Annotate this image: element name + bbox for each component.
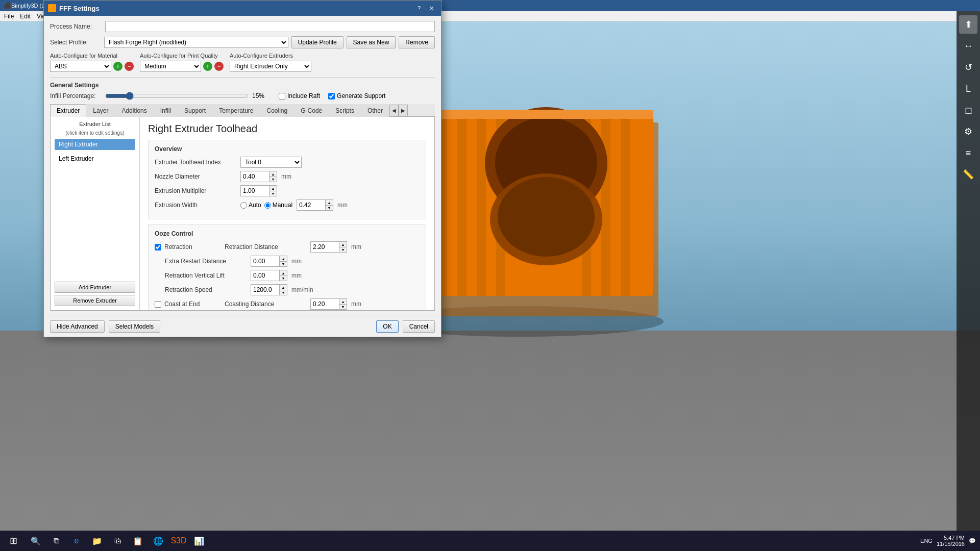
multiplier-up-btn[interactable]: ▲ [270, 186, 277, 191]
toolhead-label: Extruder Toolhead Index [155, 159, 236, 166]
taskbar-search[interactable]: 🔍 [27, 532, 45, 550]
extra-restart-down-btn[interactable]: ▼ [280, 261, 287, 266]
menu-edit[interactable]: Edit [20, 13, 31, 20]
retraction-speed-up-btn[interactable]: ▲ [280, 285, 287, 290]
multiplier-input[interactable] [241, 186, 269, 196]
nozzle-up-btn[interactable]: ▲ [270, 171, 277, 177]
material-select[interactable]: ABS PLA PETG [50, 61, 111, 72]
translate-btn[interactable]: ↔ [959, 37, 977, 55]
scale-btn[interactable]: L [959, 80, 977, 98]
remove-material-btn[interactable]: − [125, 62, 134, 71]
retraction-distance-down-btn[interactable]: ▼ [339, 247, 347, 252]
vertical-lift-down-btn[interactable]: ▼ [280, 276, 287, 281]
infill-row: Infill Percentage: 15% Include Raft Gene… [50, 92, 435, 100]
dialog-help-btn[interactable]: ? [413, 4, 425, 13]
auto-radio[interactable] [240, 202, 247, 209]
extruder-item-left[interactable]: Left Extruder [55, 153, 135, 164]
hide-advanced-btn[interactable]: Hide Advanced [50, 320, 105, 333]
taskbar-edge[interactable]: e [67, 532, 86, 550]
save-as-new-btn[interactable]: Save as New [347, 36, 396, 48]
taskbar-task-view[interactable]: ⧉ [47, 532, 65, 550]
nozzle-input[interactable] [241, 171, 269, 182]
taskbar-store[interactable]: 🛍 [108, 532, 127, 550]
tab-extruder[interactable]: Extruder [50, 104, 86, 117]
tab-infill[interactable]: Infill [154, 104, 178, 117]
tab-cooling[interactable]: Cooling [260, 104, 295, 117]
tab-additions[interactable]: Additions [115, 104, 153, 117]
notification-icon[interactable]: 💬 [969, 538, 976, 544]
start-btn[interactable]: ⊞ [4, 532, 22, 550]
tab-other[interactable]: Other [361, 104, 389, 117]
remove-extruder-btn[interactable]: Remove Extruder [55, 295, 135, 306]
add-material-btn[interactable]: + [113, 62, 122, 71]
manual-radio[interactable] [264, 202, 271, 209]
select-models-btn[interactable]: Select Models [109, 320, 160, 333]
quality-select[interactable]: Low Medium High [140, 61, 201, 72]
settings-btn[interactable]: ⚙ [959, 122, 977, 141]
ok-btn[interactable]: OK [376, 320, 398, 333]
add-quality-btn[interactable]: + [203, 62, 212, 71]
dialog-close-btn[interactable]: ✕ [426, 4, 437, 13]
overview-label: Overview [155, 145, 420, 153]
cancel-btn[interactable]: Cancel [403, 320, 435, 333]
taskbar-explorer[interactable]: 📁 [88, 532, 106, 550]
tab-scripts[interactable]: Scripts [329, 104, 361, 117]
ext-width-down-btn[interactable]: ▼ [326, 205, 333, 210]
include-raft-checkbox[interactable] [279, 93, 285, 99]
ext-width-input[interactable] [297, 200, 325, 210]
tabs-next-btn[interactable]: ▶ [399, 105, 408, 116]
coast-checkbox[interactable] [155, 301, 161, 308]
extruder-item-right[interactable]: Right Extruder [55, 139, 135, 150]
taskbar-chrome[interactable]: 🌐 [149, 532, 167, 550]
retraction-distance-input[interactable] [311, 242, 339, 252]
extruder-config-select[interactable]: Right Extruder Only Left Extruder Only B… [230, 61, 311, 72]
tab-gcode[interactable]: G-Code [294, 104, 329, 117]
tab-temperature[interactable]: Temperature [212, 104, 260, 117]
select-tool-btn[interactable]: ⬆ [959, 15, 977, 34]
taskbar-app2[interactable]: 📊 [190, 532, 208, 550]
multiplier-spinbox: ▲ ▼ [240, 185, 277, 196]
vertical-lift-up-btn[interactable]: ▲ [280, 270, 287, 276]
autoconfig-quality-label: Auto-Configure for Print Quality [140, 53, 224, 59]
extra-restart-up-btn[interactable]: ▲ [280, 256, 287, 261]
extruder-settings-panel: Right Extruder Toolhead Overview Extrude… [140, 117, 434, 310]
infill-slider[interactable] [105, 92, 248, 100]
taskbar-simplify3d[interactable]: S3D [169, 532, 188, 550]
taskbar-app1[interactable]: 📋 [129, 532, 147, 550]
tab-support[interactable]: Support [178, 104, 212, 117]
coast-label: Coast at End [164, 300, 220, 308]
tab-content: Extruder List (click item to edit settin… [50, 117, 435, 311]
view-btn[interactable]: ◻ [959, 101, 977, 119]
tab-layer[interactable]: Layer [86, 104, 115, 117]
remove-btn[interactable]: Remove [399, 36, 435, 48]
tabs-prev-btn[interactable]: ◀ [389, 105, 399, 116]
ext-width-up-btn[interactable]: ▲ [326, 200, 333, 205]
coasting-distance-input[interactable] [311, 299, 339, 309]
multiplier-down-btn[interactable]: ▼ [270, 191, 277, 196]
vertical-lift-input[interactable] [251, 270, 279, 281]
coasting-distance-up-btn[interactable]: ▲ [339, 299, 347, 304]
menu-file[interactable]: File [4, 13, 14, 20]
nozzle-down-btn[interactable]: ▼ [270, 177, 277, 182]
rotate-btn[interactable]: ↺ [959, 58, 977, 77]
ooze-section: Ooze Control Retraction Retraction Dista… [148, 224, 426, 310]
process-name-input[interactable] [105, 21, 435, 32]
measure-btn[interactable]: 📏 [959, 165, 977, 184]
extruder-list-panel: Extruder List (click item to edit settin… [51, 117, 140, 310]
coasting-distance-down-btn[interactable]: ▼ [339, 304, 347, 309]
add-extruder-btn[interactable]: Add Extruder [55, 282, 135, 293]
retraction-speed-down-btn[interactable]: ▼ [280, 290, 287, 295]
profile-select[interactable]: Flash Forge Right (modified) [104, 37, 288, 48]
dialog-title: FFF Settings [59, 5, 100, 12]
menu-btn[interactable]: ≡ [959, 144, 977, 162]
generate-support-checkbox[interactable] [328, 93, 335, 99]
general-label: General Settings [50, 82, 435, 89]
retraction-distance-up-btn[interactable]: ▲ [339, 242, 347, 247]
update-profile-btn[interactable]: Update Profile [291, 36, 344, 48]
retraction-checkbox[interactable] [155, 244, 161, 251]
remove-quality-btn[interactable]: − [214, 62, 224, 71]
retraction-speed-input[interactable] [251, 285, 279, 295]
extra-restart-input[interactable] [251, 256, 279, 266]
toolhead-select[interactable]: Tool 0 Tool 1 [240, 157, 302, 168]
toolhead-row: Extruder Toolhead Index Tool 0 Tool 1 [155, 157, 420, 168]
